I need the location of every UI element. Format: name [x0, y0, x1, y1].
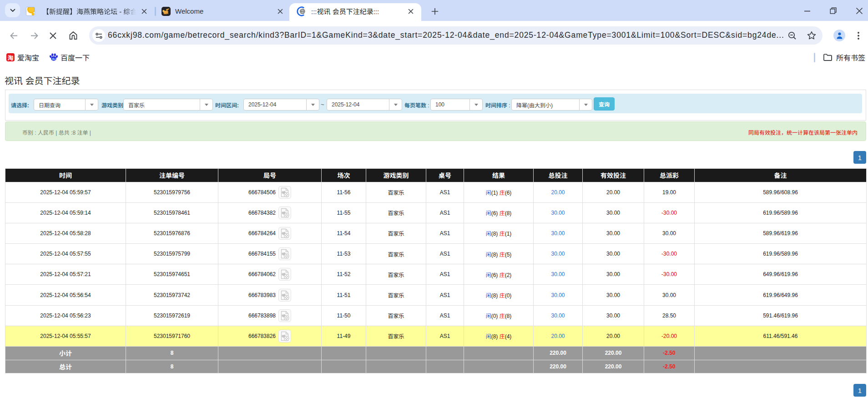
svg-text:du: du	[52, 57, 56, 60]
